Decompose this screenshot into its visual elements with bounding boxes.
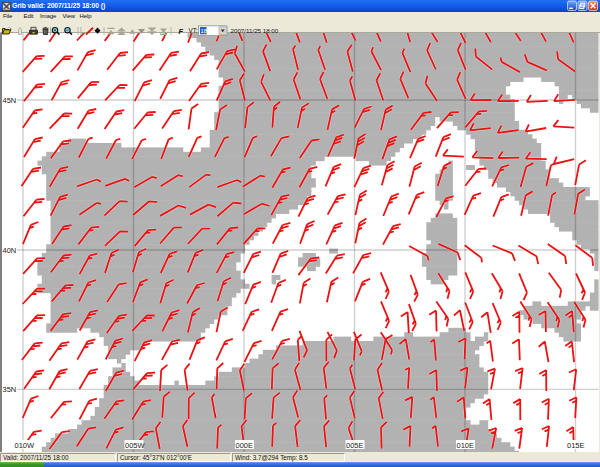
svg-text:010E: 010E <box>457 441 475 450</box>
svg-text:35N: 35N <box>3 385 17 394</box>
svg-text:000E: 000E <box>236 441 254 450</box>
svg-text:2007/11/25 18:00: 2007/11/25 18:00 <box>231 27 279 34</box>
svg-text:015E: 015E <box>567 441 585 450</box>
svg-text:005W: 005W <box>125 441 146 450</box>
svg-text:40N: 40N <box>3 246 17 255</box>
svg-text:18: 18 <box>201 28 207 34</box>
svg-text:005E: 005E <box>346 441 364 450</box>
svg-text:45N: 45N <box>3 96 17 105</box>
svg-text:VT:: VT: <box>189 27 198 34</box>
svg-text:F: F <box>179 27 184 36</box>
svg-text:010W: 010W <box>15 441 36 450</box>
